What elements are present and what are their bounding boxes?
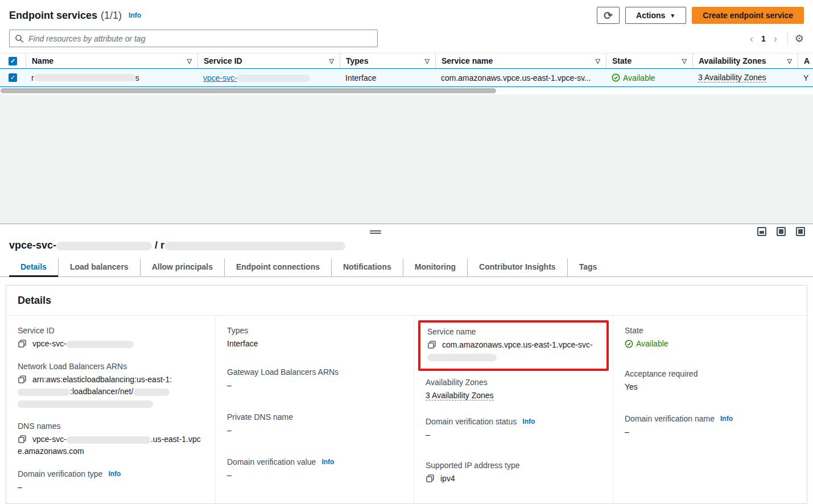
pagination: ‹ 1 › ⚙ (746, 32, 804, 45)
tab-tags[interactable]: Tags (567, 259, 609, 276)
column-header-availability-zones[interactable]: Availability Zones ▽ (692, 53, 798, 68)
column-header-name[interactable]: Name ▽ (26, 53, 197, 68)
copy-icon[interactable] (18, 339, 27, 348)
row-checkbox-cell: ✓ (0, 69, 26, 86)
tab-allow-principals[interactable]: Allow principals (140, 259, 224, 276)
field-availability-zones: Availability Zones 3 Availability Zones (426, 378, 601, 402)
column-header-acceptance[interactable]: A (798, 53, 813, 68)
field-domain-verification-name: Domain verification name Info – (625, 414, 795, 438)
details-card-heading: Details (6, 286, 807, 316)
column-header-types[interactable]: Types ▽ (340, 53, 435, 68)
tab-load-balancers[interactable]: Load balancers (58, 259, 140, 276)
filter-icon[interactable]: ▽ (425, 57, 430, 65)
page-title: Endpoint services (9, 10, 97, 22)
table-row[interactable]: ✓ rs vpce-svc- Interface com.amazonaws.v… (0, 68, 813, 87)
search-box[interactable] (9, 30, 378, 47)
field-dns-names: DNS names vpce-svc-.us-east-1.vpce.amazo… (18, 422, 204, 457)
field-glb-arns: Gateway Load Balancers ARNs – (227, 367, 402, 391)
gear-icon[interactable]: ⚙ (795, 32, 804, 45)
copy-icon[interactable] (18, 375, 27, 384)
filter-icon[interactable]: ▽ (682, 57, 687, 65)
field-service-id: Service ID vpce-svc- (18, 326, 204, 350)
cell-state: Available (606, 69, 692, 86)
refresh-button[interactable]: ⟳ (597, 7, 620, 24)
cell-name: rs (26, 69, 197, 86)
filter-icon[interactable]: ▽ (329, 57, 334, 65)
info-link[interactable]: Info (129, 11, 141, 19)
page-number[interactable]: 1 (759, 34, 768, 43)
details-column-3: Service name com.amazonaws.vpce.us-east-… (414, 316, 613, 503)
horizontal-scrollbar[interactable] (1, 88, 496, 93)
field-domain-verification-type: Domain verification type Info – (18, 469, 204, 493)
info-link[interactable]: Info (108, 470, 121, 478)
field-private-dns: Private DNS name – (227, 412, 402, 436)
create-endpoint-service-button[interactable]: Create endpoint service (692, 7, 804, 24)
search-icon (15, 34, 24, 43)
resource-count: (1/1) (101, 10, 122, 22)
detail-split-panel: vpce-svc- / r Details Load balancers All… (0, 224, 813, 504)
field-supported-ip: Supported IP address type ipv4 (426, 461, 601, 485)
check-circle-icon (612, 73, 620, 82)
filter-icon[interactable]: ▽ (787, 57, 792, 65)
panel-size-large-icon[interactable] (796, 227, 805, 236)
actions-button[interactable]: Actions ▼ (625, 7, 686, 24)
service-id-link[interactable]: vpce-svc- (203, 73, 310, 82)
info-link[interactable]: Info (321, 458, 334, 466)
header-actions: ⟳ Actions ▼ Create endpoint service (597, 7, 804, 24)
column-header-state[interactable]: State ▽ (606, 53, 692, 68)
tab-monitoring[interactable]: Monitoring (403, 259, 467, 276)
cell-acceptance: Y (798, 69, 813, 86)
details-column-1: Service ID vpce-svc- Network Load Balanc… (6, 316, 215, 503)
availability-zones-popover[interactable]: 3 Availability Zones (426, 391, 494, 400)
row-checkbox[interactable]: ✓ (9, 73, 17, 82)
copy-icon[interactable] (18, 435, 27, 444)
tab-contributor-insights[interactable]: Contributor Insights (467, 259, 567, 276)
panel-size-controls (757, 227, 805, 236)
empty-background (0, 94, 813, 224)
highlight-red-box: Service name com.amazonaws.vpce.us-east-… (418, 320, 609, 371)
panel-size-medium-icon[interactable] (777, 227, 786, 236)
copy-icon[interactable] (426, 474, 435, 483)
filter-icon[interactable]: ▽ (187, 57, 192, 65)
table-header: ✓ Name ▽ Service ID ▽ Types ▽ Service na… (0, 53, 813, 68)
endpoint-services-list-section: Endpoint services (1/1) Info ⟳ Actions ▼… (0, 0, 813, 94)
panel-size-small-icon[interactable] (757, 227, 766, 236)
column-header-service-id[interactable]: Service ID ▽ (197, 53, 340, 68)
field-acceptance-required: Acceptance required Yes (625, 369, 795, 393)
tab-notifications[interactable]: Notifications (331, 259, 403, 276)
search-input[interactable] (28, 34, 372, 43)
check-circle-icon (625, 340, 633, 348)
details-column-4: State Available Acceptance required Yes (613, 316, 807, 503)
horizontal-scrollbar-track (0, 87, 813, 94)
details-card: Details Service ID vpce-svc- Network Loa… (6, 285, 807, 504)
caret-down-icon: ▼ (670, 13, 675, 19)
column-header-service-name[interactable]: Service name ▽ (435, 53, 606, 68)
refresh-icon: ⟳ (604, 9, 613, 22)
resource-title: vpce-svc- / r (9, 239, 804, 251)
details-column-2: Types Interface Gateway Load Balancers A… (215, 316, 414, 503)
filter-icon[interactable]: ▽ (596, 57, 600, 65)
tab-details[interactable]: Details (9, 259, 58, 276)
field-nlb-arns: Network Load Balancers ARNs arn:aws:elas… (18, 362, 204, 410)
tab-endpoint-connections[interactable]: Endpoint connections (224, 259, 331, 276)
divider (787, 32, 788, 45)
cell-service-name: com.amazonaws.vpce.us-east-1.vpce-sv... (435, 69, 606, 86)
field-domain-verification-value: Domain verification value Info – (227, 457, 402, 481)
select-all-checkbox-cell: ✓ (0, 53, 26, 68)
availability-zones-popover[interactable]: 3 Availability Zones (698, 73, 766, 82)
info-link[interactable]: Info (522, 418, 535, 425)
field-state: State Available (625, 326, 795, 352)
cell-types: Interface (340, 69, 435, 86)
page-header: Endpoint services (1/1) Info ⟳ Actions ▼… (0, 0, 813, 27)
info-link[interactable]: Info (720, 415, 733, 423)
select-all-checkbox[interactable]: ✓ (9, 57, 17, 65)
field-service-name: Service name com.amazonaws.vpce.us-east-… (427, 327, 600, 363)
chevron-right-icon[interactable]: › (770, 34, 781, 44)
field-types: Types Interface (227, 326, 402, 350)
chevron-left-icon[interactable]: ‹ (746, 34, 757, 44)
drag-handle-icon[interactable] (370, 229, 381, 235)
copy-icon[interactable] (427, 340, 436, 349)
cell-service-id: vpce-svc- (197, 69, 340, 86)
cell-availability-zones: 3 Availability Zones (692, 69, 798, 86)
field-domain-verification-status: Domain verification status Info – (426, 417, 601, 441)
